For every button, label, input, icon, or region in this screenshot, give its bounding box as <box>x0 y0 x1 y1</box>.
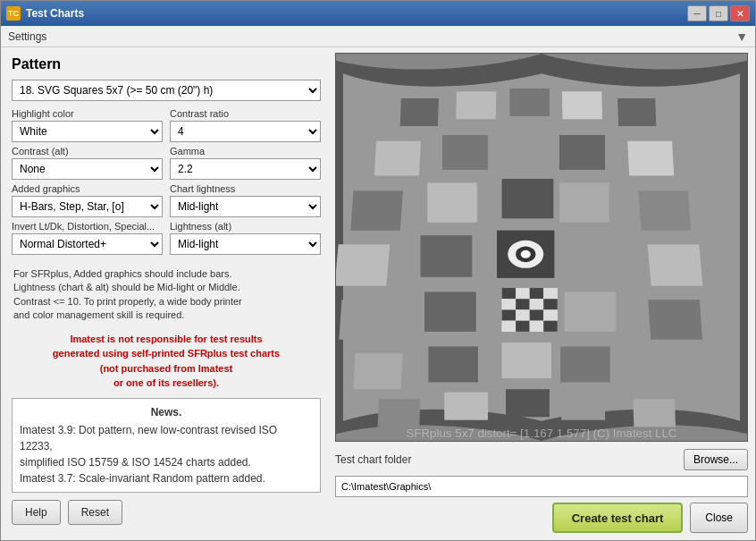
row-graphics-lightness: Added graphics H-Bars, Step, Star, [o]No… <box>12 183 321 217</box>
warning-text: Imatest is not responsible for test resu… <box>12 332 321 391</box>
action-row: Create test chart Close <box>335 503 748 533</box>
svg-rect-33 <box>530 299 544 309</box>
browse-button[interactable]: Browse... <box>684 449 748 470</box>
svg-rect-16 <box>336 244 390 286</box>
pattern-dropdown-row: 18. SVG Squares 5x7 (>= 50 cm (20") h)1.… <box>12 80 321 101</box>
svg-rect-2 <box>456 91 496 119</box>
svg-rect-43 <box>565 292 617 331</box>
svg-rect-17 <box>421 235 473 277</box>
svg-rect-23 <box>648 244 703 286</box>
svg-rect-24 <box>339 300 393 339</box>
contrast-ratio-label: Contrast ratio <box>170 108 321 119</box>
pattern-dropdown[interactable]: 18. SVG Squares 5x7 (>= 50 cm (20") h)1.… <box>12 80 321 101</box>
contrast-ratio-group: Contrast ratio 421020 <box>170 108 321 142</box>
svg-rect-7 <box>442 135 488 170</box>
added-graphics-dropdown[interactable]: H-Bars, Step, Star, [o]NoneH-Bars only <box>12 196 163 217</box>
svg-rect-15 <box>638 190 691 230</box>
svg-rect-32 <box>516 299 530 309</box>
svg-rect-14 <box>559 182 609 222</box>
gamma-dropdown[interactable]: 2.21.8sRGB <box>170 158 321 180</box>
help-button[interactable]: Help <box>12 500 61 525</box>
svg-rect-34 <box>543 299 558 309</box>
svg-rect-12 <box>427 182 477 222</box>
svg-rect-28 <box>516 288 530 299</box>
added-graphics-label: Added graphics <box>12 183 163 194</box>
pattern-section-title: Pattern <box>12 56 321 72</box>
window-title: Test Charts <box>26 7 84 20</box>
bottom-right-controls: Test chart folder Browse... C:\Imatest\G… <box>335 449 748 533</box>
svg-rect-22 <box>563 235 615 277</box>
svg-rect-52 <box>506 389 550 417</box>
bottom-left-buttons: Help Reset <box>12 500 321 525</box>
svg-rect-9 <box>559 135 605 170</box>
row-invert-lightness: Invert Lt/Dk, Distortion, Special... Nor… <box>12 221 321 255</box>
gamma-group: Gamma 2.21.8sRGB <box>170 146 321 180</box>
left-panel: Pattern 18. SVG Squares 5x7 (>= 50 cm (2… <box>1 47 332 540</box>
chart-lightness-group: Chart lightness Mid-lightMiddleLight <box>170 183 321 217</box>
menu-bar: Settings ▼ <box>1 26 755 47</box>
window-close-button[interactable]: ✕ <box>730 5 750 21</box>
svg-rect-39 <box>502 321 517 332</box>
svg-rect-3 <box>509 89 549 116</box>
highlight-color-dropdown[interactable]: WhiteLight GrayNone <box>12 121 163 142</box>
folder-path-display: C:\Imatest\Graphics\ <box>335 476 748 497</box>
invert-distortion-group: Invert Lt/Dk, Distortion, Special... Nor… <box>12 221 163 255</box>
svg-rect-4 <box>562 91 602 119</box>
minimize-button[interactable]: ─ <box>687 5 707 21</box>
svg-rect-40 <box>516 321 530 332</box>
added-graphics-group: Added graphics H-Bars, Step, Star, [o]No… <box>12 183 163 217</box>
close-button[interactable]: Close <box>690 503 748 533</box>
main-content: Pattern 18. SVG Squares 5x7 (>= 50 cm (2… <box>1 47 755 540</box>
settings-menu[interactable]: Settings <box>8 30 46 43</box>
create-test-chart-button[interactable]: Create test chart <box>552 503 684 533</box>
folder-label: Test chart folder <box>335 453 411 466</box>
svg-rect-11 <box>350 190 403 230</box>
contrast-alt-group: Contrast (alt) None2410 <box>12 146 163 180</box>
folder-path-row: C:\Imatest\Graphics\ <box>335 476 748 497</box>
svg-rect-44 <box>648 300 702 339</box>
menu-arrow-icon: ▼ <box>735 30 748 44</box>
svg-rect-31 <box>502 299 517 309</box>
contrast-alt-dropdown[interactable]: None2410 <box>12 158 163 180</box>
reset-button[interactable]: Reset <box>68 500 122 525</box>
svg-rect-47 <box>502 342 552 378</box>
info-text: For SFRplus, Added graphics should inclu… <box>12 264 321 326</box>
svg-rect-6 <box>374 141 421 176</box>
svg-rect-41 <box>530 321 544 332</box>
svg-rect-27 <box>502 288 517 299</box>
invert-distortion-label: Invert Lt/Dk, Distortion, Special... <box>12 221 163 232</box>
svg-rect-38 <box>543 309 558 320</box>
svg-rect-53 <box>561 393 605 420</box>
svg-rect-36 <box>516 309 530 320</box>
title-bar: TC Test Charts ─ □ ✕ <box>1 1 755 26</box>
maximize-button[interactable]: □ <box>709 5 728 21</box>
svg-rect-35 <box>502 309 517 320</box>
svg-rect-42 <box>543 321 558 332</box>
svg-rect-54 <box>633 399 676 427</box>
svg-rect-50 <box>378 399 421 427</box>
lightness-alt-dropdown[interactable]: Mid-lightMiddleLight <box>170 233 321 255</box>
lightness-alt-label: Lightness (alt) <box>170 221 321 232</box>
chart-svg: SFRplus 5x7 distort= [1.167 1.577] (C) I… <box>336 54 747 441</box>
svg-rect-49 <box>643 353 692 389</box>
chart-lightness-dropdown[interactable]: Mid-lightMiddleLight <box>170 196 321 217</box>
svg-rect-48 <box>560 347 610 383</box>
news-line-2: simplified ISO 15759 & ISO 14524 charts … <box>20 454 313 470</box>
main-window: TC Test Charts ─ □ ✕ Settings ▼ Pattern … <box>0 0 756 541</box>
title-bar-controls: ─ □ ✕ <box>687 5 750 21</box>
invert-distortion-dropdown[interactable]: Normal Distorted+NormalInverted <box>12 233 163 255</box>
gamma-label: Gamma <box>170 146 321 156</box>
svg-rect-13 <box>502 179 554 218</box>
title-bar-left: TC Test Charts <box>6 6 84 21</box>
svg-point-21 <box>521 250 531 258</box>
contrast-ratio-dropdown[interactable]: 421020 <box>170 121 321 142</box>
highlight-color-group: Highlight color WhiteLight GrayNone <box>12 108 163 142</box>
highlight-color-label: Highlight color <box>12 108 163 119</box>
svg-rect-10 <box>627 141 674 176</box>
svg-rect-46 <box>428 347 478 383</box>
folder-row: Test chart folder Browse... <box>335 449 748 470</box>
svg-rect-1 <box>400 98 439 126</box>
chart-preview: SFRplus 5x7 distort= [1.167 1.577] (C) I… <box>335 53 748 442</box>
svg-rect-29 <box>530 288 544 299</box>
svg-rect-37 <box>530 309 544 320</box>
